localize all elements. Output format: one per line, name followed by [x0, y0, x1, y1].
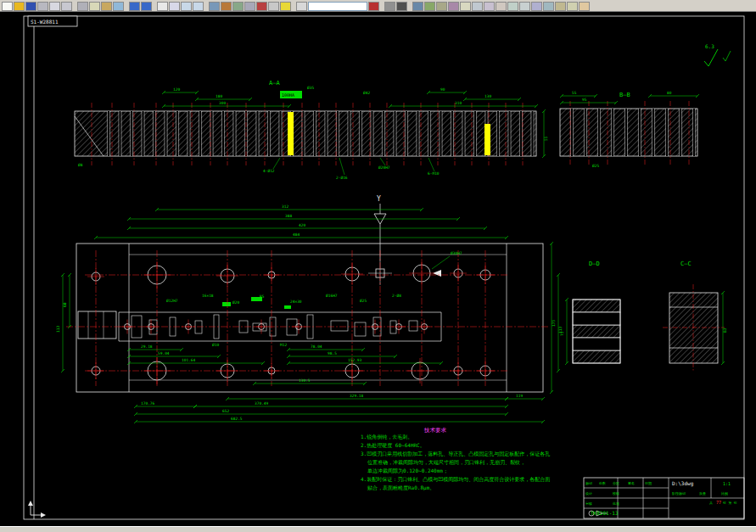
note-line: 贴合，表面粗糙度Ra0.8μm。 — [367, 484, 434, 491]
finish-symbol-small — [723, 51, 731, 61]
toolbar-icon-design-center[interactable] — [221, 2, 232, 11]
toolbar-icon-zoom-previous[interactable] — [193, 2, 204, 11]
toolbar-separator — [204, 2, 208, 11]
slot — [409, 321, 417, 331]
note-line: 1.锐角倒钝，去毛刺。 — [361, 434, 412, 440]
dim-label: 4-Ø12 — [263, 169, 275, 173]
highlight-slot — [222, 302, 231, 306]
toolbar-icon-hatch[interactable] — [579, 2, 590, 11]
toolbar-icon-properties[interactable] — [209, 2, 220, 11]
toolbar-icon-render[interactable] — [531, 2, 542, 11]
toolbar-icon-plot[interactable] — [37, 2, 48, 11]
toolbar-icon-zoom-realtime[interactable] — [169, 2, 180, 11]
toolbar-icon-new[interactable] — [2, 2, 13, 11]
toolbar-icon-cut[interactable] — [77, 2, 88, 11]
notes-heading: 技术要求 — [423, 427, 447, 434]
dim-label: 119 — [516, 394, 523, 398]
toolbar-icon-table-style[interactable] — [448, 2, 459, 11]
dim-label: Ø8 — [78, 163, 83, 167]
dim-label: 420 — [299, 223, 305, 227]
dim-label: 484 — [293, 232, 300, 237]
toolbar-icon-layer-dropdown[interactable] — [308, 2, 367, 11]
leader-line — [273, 158, 280, 169]
toolbar-icon-layer-properties[interactable] — [296, 2, 307, 11]
toolbar-icon-help[interactable] — [280, 2, 291, 11]
toolbar-icon-tool-palettes[interactable] — [232, 2, 244, 11]
dim-label: 300 — [219, 101, 226, 105]
dim-label: 652 — [222, 409, 229, 413]
dim-label: 388 — [285, 214, 292, 218]
toolbar-icon-polar[interactable] — [496, 2, 507, 11]
slot — [195, 321, 202, 333]
toolbar-icon-plot-preview[interactable] — [49, 2, 60, 11]
note-line: 位置准确，冲裁间隙均匀，大端尺寸相同，刃口锋利，无崩刃、裂纹， — [367, 459, 525, 466]
toolbar-icon-color-control[interactable] — [368, 2, 379, 11]
toolbar-icon-dyn-input[interactable] — [519, 2, 530, 11]
leader-line — [432, 256, 450, 269]
toolbar-icon-quickcalc[interactable] — [268, 2, 279, 11]
toolbar-icon-osnap[interactable] — [460, 2, 471, 11]
dim-label: 59.04 — [158, 351, 170, 356]
dim-label: 95 — [582, 98, 587, 102]
toolbar-icon-distance[interactable] — [555, 2, 566, 11]
dim-label: 310 — [455, 101, 462, 105]
dim-label: 83 — [723, 328, 727, 333]
toolbar-icon-pan[interactable] — [157, 2, 168, 11]
toolbar-icon-copy[interactable] — [89, 2, 100, 11]
sheet-prefix: 共 — [709, 501, 713, 505]
dim-label: 16×18 — [202, 294, 214, 298]
dim-label: Ø20 — [232, 300, 239, 305]
ucs-y-arrow — [28, 501, 33, 506]
rect — [573, 312, 620, 325]
toolbar-icon-grid[interactable] — [472, 2, 483, 11]
toolbar-icon-save[interactable] — [25, 2, 36, 11]
toolbar-separator — [153, 2, 156, 11]
dim-label: Ø25 — [592, 164, 599, 168]
titleblock-scale: 1:1 — [723, 481, 731, 486]
leader-line — [428, 158, 434, 171]
toolbar-icon-undo[interactable] — [129, 2, 140, 11]
toolbar-icon-match-properties[interactable] — [113, 2, 124, 11]
section-label-dd: D—D — [589, 260, 600, 267]
dim-label: Ø20H7 — [378, 165, 390, 170]
slot — [331, 321, 348, 331]
toolbar-icon-otrack[interactable] — [507, 2, 518, 11]
note-line: 2.热处理硬度 60~64HRC。 — [361, 442, 425, 449]
toolbar-icon-dim-style[interactable] — [424, 2, 435, 11]
toolbar-icon-sheet-set-manager[interactable] — [244, 2, 255, 11]
rect — [573, 338, 620, 350]
title-cell-label: 标记 — [585, 481, 592, 486]
title-cell-label: 分区 — [613, 481, 619, 485]
left-block — [78, 311, 116, 339]
dim-label: Ø35 — [307, 86, 314, 90]
toolbar-separator — [125, 2, 128, 11]
dim-label: 75 — [560, 331, 564, 336]
toolbar-icon-open[interactable] — [14, 2, 25, 11]
drawing-area[interactable]: 12018030090130310Ø35Ø424-Ø122-Ø16Ø20H76-… — [0, 12, 756, 526]
toolbar-icon-paste[interactable] — [101, 2, 112, 11]
section-label-aa: A—A — [269, 80, 280, 87]
toolbar-icon-zoom-window[interactable] — [181, 2, 192, 11]
toolbar-icon-publish[interactable] — [61, 2, 72, 11]
titleblock-drawing-no: TK8201-13 — [591, 510, 619, 516]
dim-label: 130.5 — [299, 378, 311, 383]
toolbar-icon-linetype[interactable] — [384, 2, 395, 11]
dim-label: 6-M10 — [428, 171, 440, 176]
toolbar-icon-markup[interactable] — [256, 2, 267, 11]
toolbar-icon-redo[interactable] — [141, 2, 152, 11]
toolbar-icon-ortho[interactable] — [484, 2, 495, 11]
toolbar-icon-lineweight[interactable] — [396, 2, 407, 11]
dim-label: 29.18 — [141, 344, 153, 349]
drawing-svg[interactable]: 12018030090130310Ø35Ø424-Ø122-Ø16Ø20H76-… — [0, 12, 756, 526]
toolbar-icon-list[interactable] — [567, 2, 578, 11]
highlight-band — [484, 124, 490, 155]
dim-label: 312 — [282, 204, 288, 209]
toolbar-icon-orbit-3d[interactable] — [543, 2, 554, 11]
toolbar-icon-standards[interactable] — [412, 2, 423, 11]
title-cell-label: 处数 — [599, 481, 606, 485]
dim-label: 24×30 — [290, 300, 302, 304]
dim-label: 2-Ø8 — [392, 294, 401, 298]
section-label-cc: C—C — [680, 260, 692, 267]
title-cell-label: 阶段标记 — [672, 491, 686, 496]
toolbar-icon-text-style[interactable] — [436, 2, 447, 11]
